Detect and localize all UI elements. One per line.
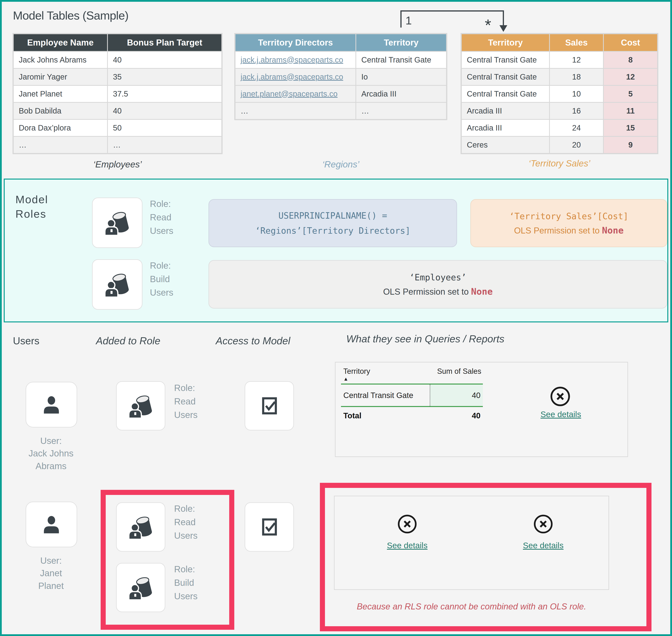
territory-cell: Central Transit Gate (462, 69, 549, 85)
pbi-header-sum-of-sales[interactable]: Sum of Sales (437, 367, 481, 376)
rls-expression-line1: USERPRINCIPALNAME() = (278, 208, 387, 223)
territory-cell: Central Transit Gate (356, 52, 446, 68)
role-read-users-label: Role: Read Users (150, 197, 173, 238)
ols-cost-box: ‘Territory Sales’[Cost] OLS Permission s… (470, 199, 667, 247)
users-column-header: Users (13, 335, 39, 346)
regions-header-directors: Territory Directors (235, 34, 355, 51)
queries-column-header: What they see in Queries / Reports (346, 333, 505, 345)
ols-employees-object: ‘Employees’ (409, 270, 466, 285)
employees-header-name: Employee Name (14, 34, 107, 51)
table-row: … … (14, 137, 221, 153)
bonus-target-cell: 50 (108, 120, 221, 136)
user-janet-label: User: Janet Planet (14, 554, 88, 592)
table-row: Bob Dabilda 40 (14, 103, 221, 119)
sales-cell: 10 (550, 86, 603, 102)
error-circle-x-icon (550, 386, 571, 408)
table-row: jack.j.abrams@spaceparts.co Central Tran… (235, 52, 446, 68)
relationship-arrow-icon (499, 25, 507, 32)
access-to-model-column-header: Access to Model (216, 335, 290, 346)
diagram-canvas: Model Tables (Sample) 1 * Employee Name … (0, 0, 672, 636)
cost-cell: 11 (604, 103, 657, 119)
user-janet-card (25, 501, 77, 547)
employee-name-cell: Dora Dax’plora (14, 120, 107, 136)
employees-header-target: Bonus Plan Target (108, 34, 221, 51)
relationship-many-label: * (485, 17, 491, 34)
sales-cell: 12 (550, 52, 603, 68)
table-row: … … (235, 103, 446, 119)
role-icon (126, 392, 155, 420)
director-cell: jack.j.abrams@spaceparts.co (235, 69, 355, 85)
bonus-target-cell: 37.5 (108, 86, 221, 102)
role-icon (103, 208, 132, 237)
ols-cost-permission: OLS Permission set to None (514, 224, 624, 237)
relationship-line-horizontal (400, 11, 504, 12)
director-cell: jack.j.abrams@spaceparts.co (235, 52, 355, 68)
role-icon (103, 270, 132, 299)
territory-cell: Arcadia III (356, 86, 446, 102)
rls-expression-box: USERPRINCIPALNAME() = ‘Regions’[Territor… (209, 199, 457, 247)
role-build-users-card (92, 259, 142, 310)
sales-cell: 16 (550, 103, 603, 119)
regions-header-row: Territory Directors Territory (235, 34, 446, 51)
user-icon (40, 513, 63, 536)
relationship-one-label: 1 (406, 14, 412, 27)
checked-checkbox-icon (258, 515, 281, 539)
ols-none-value: None (471, 286, 493, 297)
ols-employees-permission: OLS Permission set to None (383, 285, 493, 298)
page-title: Model Tables (Sample) (13, 9, 129, 22)
user-icon (40, 393, 63, 416)
territory-sales-header-row: Territory Sales Cost (462, 34, 657, 51)
territory-sales-caption: ‘Territory Sales’ (460, 158, 658, 168)
employee-name-cell: Jack Johns Abrams (14, 52, 107, 68)
territory-cell: Central Transit Gate (462, 86, 549, 102)
sales-header-sales: Sales (550, 34, 603, 51)
pbi-data-row: Central Transit Gate 40 (341, 384, 483, 406)
access-granted-card (245, 502, 294, 552)
territory-sales-table: Territory Sales Cost Central Transit Gat… (460, 33, 658, 154)
territory-ellipsis-cell: … (356, 103, 446, 119)
table-row: Jaromir Yager 35 (14, 69, 221, 85)
employees-table: Employee Name Bonus Plan Target Jack Joh… (13, 33, 222, 154)
pbi-table-visual: Territory Sum of Sales ▲ Central Transit… (341, 366, 483, 420)
director-email-link[interactable]: janet.planet@spaceparts.co (240, 90, 337, 98)
bonus-target-cell: 40 (108, 103, 221, 119)
sales-cell: 24 (550, 120, 603, 136)
model-roles-title: Model Roles (16, 192, 48, 221)
see-details-link[interactable]: See details (377, 541, 437, 550)
territory-cell: Io (356, 69, 446, 85)
cost-cell: 8 (604, 52, 657, 68)
director-email-link[interactable]: jack.j.abrams@spaceparts.co (240, 73, 343, 81)
employees-caption: ‘Employees’ (13, 159, 222, 170)
blocked-query-result-panel: See details See details (334, 496, 609, 590)
table-row: Jack Johns Abrams 40 (14, 52, 221, 68)
relationship-line-right (503, 11, 504, 26)
table-row: jack.j.abrams@spaceparts.co Io (235, 69, 446, 85)
table-row: Ceres 20 9 (462, 137, 657, 153)
table-row: Arcadia III 16 11 (462, 103, 657, 119)
error-circle-x-icon (397, 514, 417, 535)
pbi-header-territory[interactable]: Territory (343, 367, 370, 376)
territory-cell: Ceres (462, 137, 549, 153)
employee-name-cell: … (14, 137, 107, 153)
bonus-target-cell: 35 (108, 69, 221, 85)
cost-cell: 12 (604, 69, 657, 85)
user-jack-card (25, 382, 77, 428)
director-cell: janet.planet@spaceparts.co (235, 86, 355, 102)
see-details-link[interactable]: See details (513, 541, 574, 550)
table-row: Central Transit Gate 10 5 (462, 86, 657, 102)
user-jack-label: User: Jack Johns Abrams (14, 435, 88, 472)
relationship-line-left (400, 11, 401, 27)
cost-cell: 15 (604, 120, 657, 136)
role-read-users-label: Role: Read Users (174, 502, 198, 542)
table-row: Arcadia III 24 15 (462, 120, 657, 136)
pbi-total-row: Total 40 (341, 407, 483, 420)
director-email-link[interactable]: jack.j.abrams@spaceparts.co (240, 56, 343, 64)
sales-header-cost: Cost (604, 34, 657, 51)
sales-cell: 18 (550, 69, 603, 85)
sort-ascending-icon: ▲ (341, 376, 483, 383)
see-details-link[interactable]: See details (531, 410, 591, 419)
table-row: Central Transit Gate 18 12 (462, 69, 657, 85)
role-icon (126, 574, 155, 602)
regions-caption: ‘Regions’ (234, 159, 447, 170)
role-build-users-label: Role: Build Users (150, 259, 173, 299)
